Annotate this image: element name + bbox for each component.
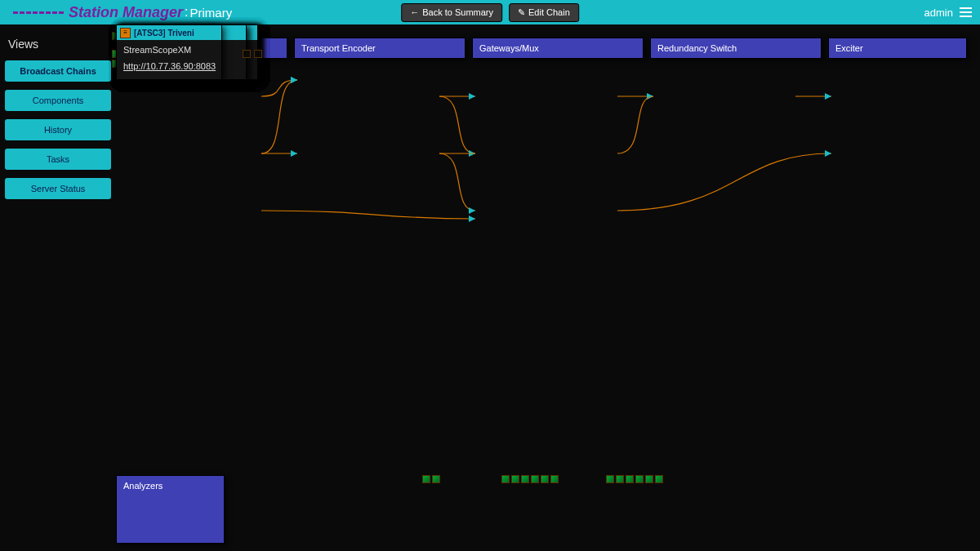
brand-dashes-icon bbox=[13, 11, 64, 14]
brand-colon: : bbox=[185, 5, 188, 20]
sidebar-item-broadcast-chains[interactable]: Broadcast Chains bbox=[5, 60, 111, 82]
topbar: Station Manager : Primary ←Back to Summa… bbox=[0, 0, 980, 24]
sidebar-item-tasks[interactable]: Tasks bbox=[5, 149, 111, 170]
svg-marker-5 bbox=[469, 150, 475, 157]
analyzers-label-box: Analyzers bbox=[116, 475, 225, 544]
port-out[interactable] bbox=[243, 50, 251, 58]
svg-marker-4 bbox=[469, 93, 475, 100]
sidebar: Views Broadcast Chains Components Histor… bbox=[0, 24, 116, 551]
pencil-icon: ✎ bbox=[518, 7, 525, 18]
svg-marker-1 bbox=[291, 77, 297, 83]
sidebar-item-history[interactable]: History bbox=[5, 119, 111, 140]
svg-marker-3 bbox=[469, 216, 475, 222]
svg-marker-6 bbox=[469, 207, 475, 214]
sidebar-item-server-status[interactable]: Server Status bbox=[5, 178, 111, 199]
user-label[interactable]: admin bbox=[924, 7, 953, 19]
arrow-left-icon: ← bbox=[410, 7, 419, 17]
column-header-exciter: Exciter bbox=[828, 38, 967, 59]
diagram-canvas[interactable]: Encoders/Listing Transport Encoder Gatew… bbox=[116, 24, 980, 551]
menu-icon[interactable] bbox=[960, 7, 972, 17]
node-title: [ATSC3] Triveni bbox=[134, 29, 194, 38]
edit-chain-button[interactable]: ✎Edit Chain bbox=[509, 3, 579, 22]
analyzer-triveni-xm[interactable]: [ATSC3] Triveni StreamScopeXMhttp://10.7… bbox=[116, 24, 222, 80]
analyzer-ports bbox=[606, 475, 663, 483]
views-heading: Views bbox=[8, 38, 111, 51]
column-header-transport: Transport Encoder bbox=[294, 38, 466, 59]
sidebar-item-components[interactable]: Components bbox=[5, 90, 111, 111]
analyzer-ports bbox=[501, 475, 559, 483]
svg-marker-7 bbox=[647, 93, 653, 100]
port-out[interactable] bbox=[254, 50, 262, 58]
connection-wires bbox=[116, 24, 980, 551]
svg-marker-8 bbox=[825, 150, 831, 157]
column-header-gateways: Gateways/Mux bbox=[472, 38, 644, 59]
svg-marker-0 bbox=[291, 77, 297, 83]
column-header-redundancy: Redundancy Switch bbox=[650, 38, 822, 59]
svg-marker-9 bbox=[825, 93, 831, 100]
back-to-summary-button[interactable]: ←Back to Summary bbox=[401, 3, 502, 22]
svg-marker-2 bbox=[291, 150, 297, 157]
analyzer-ports bbox=[422, 475, 440, 483]
node-url-link[interactable]: http://10.77.36.90:8083 bbox=[123, 61, 216, 71]
node-desc: StreamScopeXM bbox=[123, 45, 215, 55]
brand-subtitle: Primary bbox=[189, 6, 232, 20]
node-icon bbox=[120, 28, 131, 38]
brand-title: Station Manager bbox=[69, 4, 183, 21]
